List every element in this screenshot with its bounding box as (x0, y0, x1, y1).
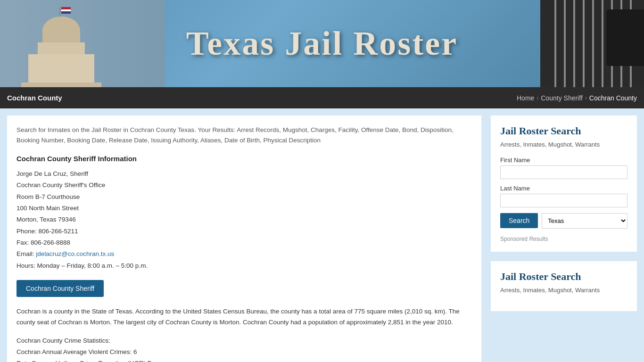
breadcrumb-county-sheriff[interactable]: County Sheriff (541, 94, 582, 102)
breadcrumb-current: Cochran County (589, 94, 637, 102)
navbar-site-name: Cochran County (7, 94, 62, 102)
sheriff-hours: Hours: Monday – Friday, 8:00 a.m. – 5:00… (17, 260, 472, 272)
last-name-label: Last Name (500, 185, 627, 192)
sheriff-button[interactable]: Cochran County Sheriff (17, 280, 104, 297)
main-container: Search for Inmates on the Jail Roster in… (0, 108, 644, 362)
breadcrumb-home[interactable]: Home (517, 94, 534, 102)
intro-text: Search for Inmates on the Jail Roster in… (17, 125, 472, 145)
banner-title: Texas Jail Roster (186, 24, 458, 63)
search-row: Search AlabamaAlaskaArizonaArkansasCalif… (500, 213, 627, 229)
last-name-group: Last Name (500, 185, 627, 207)
sheriff-email: Email: jdelacruz@co.cochran.tx.us (17, 248, 472, 260)
sheriff-name: Jorge De La Cruz, Sheriff (17, 168, 472, 180)
sheriff-email-link[interactable]: jdelacruz@co.cochran.tx.us (36, 250, 114, 257)
state-select[interactable]: AlabamaAlaskaArizonaArkansasCaliforniaCo… (542, 213, 627, 229)
search-card-1: Jail Roster Search Arrests, Inmates, Mug… (491, 115, 637, 252)
breadcrumb: Home › County Sheriff › Cochran County (517, 94, 637, 102)
sponsored-label: Sponsored Results (500, 236, 627, 242)
capitol-dome (14, 7, 108, 87)
first-name-label: First Name (500, 156, 627, 164)
content-area: Search for Inmates on the Jail Roster in… (7, 115, 481, 362)
breadcrumb-sep-1: › (537, 95, 538, 101)
sheriff-fax: Fax: 806-266-8888 (17, 237, 472, 248)
banner-left-image (0, 0, 165, 87)
county-description: Cochran is a county in the State of Texa… (17, 306, 472, 328)
sheriff-section-title: Cochran County Sheriff Information (17, 155, 472, 163)
sidebar: Jail Roster Search Arrests, Inmates, Mug… (491, 115, 637, 362)
last-name-input[interactable] (500, 194, 627, 207)
crime-stats: Cochran County Crime Statistics: Cochran… (17, 335, 472, 362)
search-subtitle-2: Arrests, Inmates, Mugshot, Warrants (500, 286, 627, 295)
first-name-input[interactable] (500, 165, 627, 179)
banner-right-image (540, 0, 644, 87)
banner-title-text: Texas Jail Roster (186, 25, 458, 62)
sheriff-address: 100 North Main Street (17, 203, 472, 214)
sheriff-city: Morton, Texas 79346 (17, 214, 472, 225)
search-title-1: Jail Roster Search (500, 125, 627, 137)
header-banner: Texas Jail Roster (0, 0, 644, 87)
sheriff-room: Room B-7 Courthouse (17, 191, 472, 203)
sheriff-info: Jorge De La Cruz, Sheriff Cochran County… (17, 168, 472, 272)
crime-stat-1: Cochran Annual Average Violent Crimes: 6 (17, 346, 472, 358)
sheriff-phone: Phone: 806-266-5211 (17, 226, 472, 237)
hand-keys (606, 9, 644, 66)
search-card-2: Jail Roster Search Arrests, Inmates, Mug… (491, 261, 637, 312)
breadcrumb-sep-2: › (585, 95, 587, 101)
search-title-2: Jail Roster Search (500, 271, 627, 283)
first-name-group: First Name (500, 156, 627, 179)
search-subtitle-1: Arrests, Inmates, Mugshot, Warrants (500, 140, 627, 149)
search-button[interactable]: Search (500, 213, 538, 228)
crime-stat-2: Data Source: Uniform Crime Reporting (UC… (17, 358, 472, 362)
navbar: Cochran County Home › County Sheriff › C… (0, 87, 644, 108)
crime-stats-title: Cochran County Crime Statistics: (17, 335, 472, 346)
sheriff-office: Cochran County Sheriff's Office (17, 180, 472, 191)
